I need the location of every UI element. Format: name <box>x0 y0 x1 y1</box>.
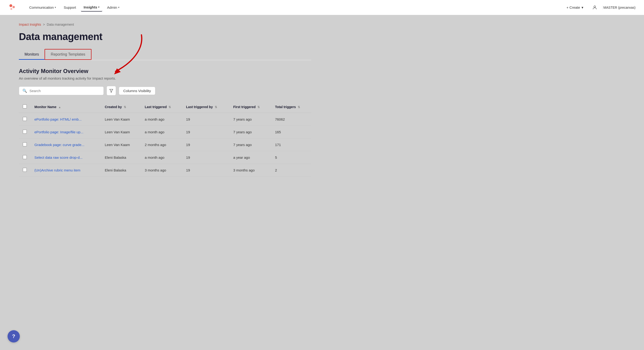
cell-created-by: Eleni Balaska <box>101 164 141 177</box>
user-profile-icon[interactable] <box>591 4 598 11</box>
cell-first-triggered: 7 years ago <box>229 113 271 126</box>
sort-asc-icon: ▲ <box>58 105 61 109</box>
cell-total-triggers: 171 <box>271 138 311 151</box>
main-content: Impact Insights > Data management Data m… <box>0 15 330 186</box>
monitor-name-link[interactable]: Gradebook page: curve grade... <box>34 143 84 147</box>
chevron-down-icon: ▾ <box>98 6 100 9</box>
cell-last-triggered: a month ago <box>141 126 182 138</box>
cell-last-triggered: a month ago <box>141 151 182 164</box>
nav-communication[interactable]: Communication ▾ <box>26 3 59 11</box>
tab-monitors[interactable]: Monitors <box>19 49 44 59</box>
monitor-name-link[interactable]: Select data raw score drop-d... <box>34 155 82 159</box>
cell-first-triggered: 7 years ago <box>229 138 271 151</box>
breadcrumb-current: Data management <box>47 23 74 26</box>
th-last-triggered[interactable]: Last triggered ⇅ <box>141 101 182 113</box>
sort-icon: ⇅ <box>258 105 260 109</box>
select-all-checkbox[interactable] <box>23 104 27 109</box>
filter-icon <box>109 88 114 93</box>
monitor-name-link[interactable]: ePortfolio page: Image/file up... <box>34 130 84 134</box>
chevron-down-icon: ▾ <box>55 6 56 9</box>
cell-last-triggered: 2 months ago <box>141 138 182 151</box>
table-row: ePortfolio page: HTML/ emb... Leen Van K… <box>19 113 311 126</box>
svg-point-0 <box>10 4 12 7</box>
tabs-bar: Monitors Reporting Templates <box>19 49 311 60</box>
row-checkbox-cell <box>19 151 31 164</box>
row-checkbox-cell <box>19 164 31 177</box>
monitors-table: Monitor Name ▲ Created by ⇅ Last trigger… <box>19 101 311 177</box>
svg-point-2 <box>10 8 12 10</box>
columns-visibility-button[interactable]: Columns Visibility <box>119 87 155 95</box>
nav-admin[interactable]: Admin ▾ <box>104 3 122 11</box>
breadcrumb-impact-insights[interactable]: Impact Insights <box>19 23 41 26</box>
cell-last-triggered: 3 months ago <box>141 164 182 177</box>
cell-monitor-name: (Un)Archive rubric menu item <box>31 164 101 177</box>
sort-icon: ⇅ <box>124 105 126 109</box>
section-title: Activity Monitor Overview <box>19 68 311 74</box>
search-wrap: 🔍 <box>19 86 104 95</box>
row-checkbox[interactable] <box>23 142 27 146</box>
nav-right: + Create ▾ MASTER (precanvas) <box>563 3 636 11</box>
search-input[interactable] <box>30 89 100 93</box>
cell-first-triggered: 3 months ago <box>229 164 271 177</box>
page-title: Data management <box>19 31 311 42</box>
cell-total-triggers: 2 <box>271 164 311 177</box>
help-button[interactable]: ? <box>8 330 20 343</box>
row-checkbox-cell <box>19 126 31 138</box>
svg-point-3 <box>594 6 596 7</box>
cell-monitor-name: ePortfolio page: HTML/ emb... <box>31 113 101 126</box>
table-row: Select data raw score drop-d... Eleni Ba… <box>19 151 311 164</box>
cell-created-by: Eleni Balaska <box>101 151 141 164</box>
th-total-triggers[interactable]: Total triggers ⇅ <box>271 101 311 113</box>
row-checkbox-cell <box>19 138 31 151</box>
sort-icon: ⇅ <box>215 105 217 109</box>
breadcrumb-separator: > <box>43 23 45 26</box>
filter-button[interactable] <box>106 86 116 95</box>
cell-last-triggered-by: 19 <box>182 126 229 138</box>
cell-monitor-name: Select data raw score drop-d... <box>31 151 101 164</box>
table-toolbar: 🔍 Columns Visibility <box>19 86 311 95</box>
section-description: An overview of all monitors tracking act… <box>19 76 311 80</box>
row-checkbox[interactable] <box>23 130 27 134</box>
cell-last-triggered-by: 19 <box>182 138 229 151</box>
th-last-triggered-by[interactable]: Last triggered by ⇅ <box>182 101 229 113</box>
user-name-label: MASTER (precanvas) <box>602 6 636 9</box>
cell-last-triggered-by: 19 <box>182 113 229 126</box>
chevron-down-icon: ▾ <box>118 6 120 9</box>
table-row: ePortfolio page: Image/file up... Leen V… <box>19 126 311 138</box>
tab-reporting-templates[interactable]: Reporting Templates <box>44 49 91 60</box>
cell-last-triggered: a month ago <box>141 113 182 126</box>
th-checkbox <box>19 101 31 113</box>
cell-monitor-name: ePortfolio page: Image/file up... <box>31 126 101 138</box>
svg-point-1 <box>12 6 15 8</box>
svg-marker-5 <box>110 89 113 92</box>
row-checkbox[interactable] <box>23 117 27 121</box>
cell-total-triggers: 165 <box>271 126 311 138</box>
nav-support[interactable]: Support <box>61 3 79 11</box>
row-checkbox[interactable] <box>23 155 27 159</box>
monitor-name-link[interactable]: (Un)Archive rubric menu item <box>34 168 80 172</box>
table-row: Gradebook page: curve grade... Leen Van … <box>19 138 311 151</box>
create-button[interactable]: + Create ▾ <box>563 3 587 11</box>
cell-created-by: Leen Van Kaam <box>101 126 141 138</box>
th-created-by[interactable]: Created by ⇅ <box>101 101 141 113</box>
th-monitor-name[interactable]: Monitor Name ▲ <box>31 101 101 113</box>
table-header-row: Monitor Name ▲ Created by ⇅ Last trigger… <box>19 101 311 113</box>
sort-icon: ⇅ <box>168 105 171 109</box>
top-navigation: Communication ▾ Support Insights ▾ Admin… <box>0 0 644 15</box>
nav-insights[interactable]: Insights ▾ <box>81 3 102 11</box>
cell-total-triggers: 76062 <box>271 113 311 126</box>
cell-first-triggered: 7 years ago <box>229 126 271 138</box>
th-first-triggered[interactable]: First triggered ⇅ <box>229 101 271 113</box>
row-checkbox[interactable] <box>23 168 27 172</box>
cell-created-by: Leen Van Kaam <box>101 138 141 151</box>
logo[interactable] <box>8 2 17 13</box>
nav-links: Communication ▾ Support Insights ▾ Admin… <box>26 3 563 11</box>
cell-created-by: Leen Van Kaam <box>101 113 141 126</box>
row-checkbox-cell <box>19 113 31 126</box>
search-icon: 🔍 <box>22 88 27 93</box>
sort-icon: ⇅ <box>298 105 300 109</box>
monitor-name-link[interactable]: ePortfolio page: HTML/ emb... <box>34 117 82 121</box>
table-row: (Un)Archive rubric menu item Eleni Balas… <box>19 164 311 177</box>
cell-monitor-name: Gradebook page: curve grade... <box>31 138 101 151</box>
chevron-down-icon: ▾ <box>582 5 584 10</box>
